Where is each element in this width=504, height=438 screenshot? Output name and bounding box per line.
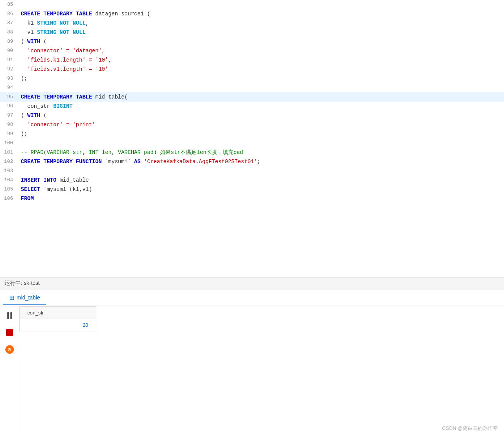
line-content xyxy=(19,166,504,176)
table-area: con_str 20 xyxy=(19,306,504,436)
code-line-102: 102CREATE TEMPORARY FUNCTION `mysum1` AS… xyxy=(0,157,504,166)
line-number: 88 xyxy=(0,28,19,37)
line-content: 'connector' = 'datagen', xyxy=(19,46,504,55)
code-line-98: 98 'connector' = 'print' xyxy=(0,120,504,129)
code-line-94: 94 xyxy=(0,83,504,92)
panel-tabs: mid_table xyxy=(0,289,504,306)
line-number: 87 xyxy=(0,18,19,28)
line-number: 92 xyxy=(0,65,19,74)
line-number: 93 xyxy=(0,74,19,83)
line-content: INSERT INTO mid_table xyxy=(19,176,504,185)
code-line-106: 106FROM xyxy=(0,194,504,203)
line-content: -- RPAD(VARCHAR str, INT len, VARCHAR pa… xyxy=(19,148,504,157)
pause-button[interactable] xyxy=(4,310,15,321)
line-content xyxy=(19,0,504,9)
settings-icon: ⚙ xyxy=(5,345,14,354)
code-line-101: 101-- RPAD(VARCHAR str, INT len, VARCHAR… xyxy=(0,148,504,157)
line-number: 104 xyxy=(0,176,19,185)
line-content: 'connector' = 'print' xyxy=(19,120,504,129)
line-number: 86 xyxy=(0,9,19,18)
line-content: ); xyxy=(19,129,504,139)
line-content: ) WITH ( xyxy=(19,111,504,120)
line-content xyxy=(19,139,504,148)
code-line-85: 85 xyxy=(0,0,504,9)
code-line-97: 97) WITH ( xyxy=(0,111,504,120)
code-line-89: 89) WITH ( xyxy=(0,37,504,46)
stop-icon xyxy=(6,329,13,336)
line-content: k1 STRING NOT NULL, xyxy=(19,18,504,28)
line-number: 98 xyxy=(0,120,19,129)
code-line-104: 104INSERT INTO mid_table xyxy=(0,176,504,185)
line-number: 100 xyxy=(0,139,19,148)
line-content: con_str BIGINT xyxy=(19,102,504,111)
watermark: CSDN @骑白马的孙悟空 xyxy=(442,425,498,432)
code-line-99: 99); xyxy=(0,129,504,139)
line-content: CREATE TEMPORARY FUNCTION `mysum1` AS 'C… xyxy=(19,157,504,166)
code-editor: 85 86CREATE TEMPORARY TABLE datagen_sour… xyxy=(0,0,504,277)
line-number: 105 xyxy=(0,185,19,194)
code-line-100: 100 xyxy=(0,139,504,148)
table-row: 20 xyxy=(20,319,96,331)
status-bar: 运行中: sk-test xyxy=(0,277,504,289)
code-line-86: 86CREATE TEMPORARY TABLE datagen_source1… xyxy=(0,9,504,18)
line-content: ); xyxy=(19,74,504,83)
status-text: 运行中: sk-test xyxy=(5,280,40,286)
line-content: CREATE TEMPORARY TABLE datagen_source1 ( xyxy=(19,9,504,18)
table-header: con_str xyxy=(20,307,96,319)
line-content: v1 STRING NOT NULL xyxy=(19,28,504,37)
code-line-87: 87 k1 STRING NOT NULL, xyxy=(0,18,504,28)
tab-label: mid_table xyxy=(17,294,40,301)
code-line-90: 90 'connector' = 'datagen', xyxy=(0,46,504,55)
line-content xyxy=(19,83,504,92)
line-number: 101 xyxy=(0,148,19,157)
line-content: CREATE TEMPORARY TABLE mid_table( xyxy=(19,92,504,102)
data-table: con_str 20 xyxy=(19,306,96,331)
code-line-88: 88 v1 STRING NOT NULL xyxy=(0,28,504,37)
line-number: 91 xyxy=(0,55,19,65)
table-cell: 20 xyxy=(20,319,96,331)
bottom-panel: mid_table ⚙ con_str 20 xyxy=(0,289,504,436)
line-content: 'fields.v1.length' = '10' xyxy=(19,65,504,74)
line-content: FROM xyxy=(19,194,504,203)
stop-button[interactable] xyxy=(4,327,15,338)
code-line-91: 91 'fields.k1.length' = '10', xyxy=(0,55,504,65)
line-number: 89 xyxy=(0,37,19,46)
line-number: 94 xyxy=(0,83,19,92)
code-line-92: 92 'fields.v1.length' = '10' xyxy=(0,65,504,74)
left-controls: ⚙ xyxy=(0,306,19,436)
code-line-103: 103 xyxy=(0,166,504,176)
line-number: 103 xyxy=(0,166,19,176)
line-number: 97 xyxy=(0,111,19,120)
settings-button[interactable]: ⚙ xyxy=(4,344,15,355)
code-line-105: 105SELECT `mysum1`(k1,v1) xyxy=(0,185,504,194)
line-number: 96 xyxy=(0,102,19,111)
line-number: 90 xyxy=(0,46,19,55)
line-content: SELECT `mysum1`(k1,v1) xyxy=(19,185,504,194)
line-content: 'fields.k1.length' = '10', xyxy=(19,55,504,65)
tab-mid-table[interactable]: mid_table xyxy=(3,291,46,305)
line-number: 102 xyxy=(0,157,19,166)
line-number: 106 xyxy=(0,194,19,203)
code-line-93: 93); xyxy=(0,74,504,83)
line-number: 99 xyxy=(0,129,19,139)
pause-icon xyxy=(7,312,12,319)
panel-body: ⚙ con_str 20 xyxy=(0,306,504,436)
code-line-96: 96 con_str BIGINT xyxy=(0,102,504,111)
code-line-95: 95CREATE TEMPORARY TABLE mid_table( xyxy=(0,92,504,102)
line-number: 85 xyxy=(0,0,19,9)
grid-icon xyxy=(9,294,14,301)
line-content: ) WITH ( xyxy=(19,37,504,46)
line-number: 95 xyxy=(0,92,19,102)
